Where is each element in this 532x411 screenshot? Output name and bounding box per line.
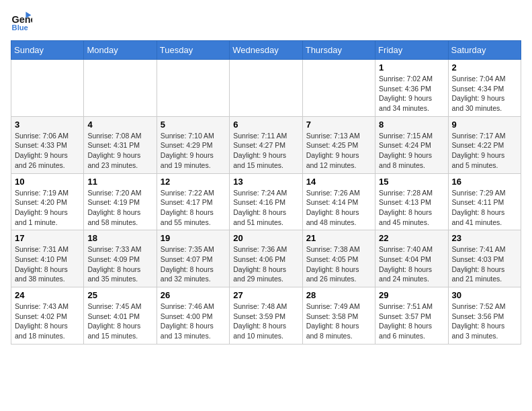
day-number: 30: [452, 290, 517, 300]
calendar-cell: 28Sunrise: 7:49 AM Sunset: 3:58 PM Dayli…: [302, 287, 375, 345]
weekday-header: Friday: [375, 41, 448, 60]
calendar-cell: 7Sunrise: 7:13 AM Sunset: 4:25 PM Daylig…: [302, 116, 375, 173]
weekday-header: Tuesday: [157, 41, 229, 60]
calendar-cell: 8Sunrise: 7:15 AM Sunset: 4:24 PM Daylig…: [375, 116, 448, 173]
calendar-cell: 19Sunrise: 7:35 AM Sunset: 4:07 PM Dayli…: [157, 230, 229, 287]
day-info: Sunrise: 7:17 AM Sunset: 4:22 PM Dayligh…: [452, 131, 517, 171]
day-info: Sunrise: 7:41 AM Sunset: 4:03 PM Dayligh…: [452, 244, 517, 284]
day-info: Sunrise: 7:45 AM Sunset: 4:01 PM Dayligh…: [87, 302, 152, 341]
weekday-header: Saturday: [448, 41, 521, 60]
day-info: Sunrise: 7:04 AM Sunset: 4:34 PM Dayligh…: [452, 74, 517, 113]
calendar-week-row: 24Sunrise: 7:43 AM Sunset: 4:02 PM Dayli…: [11, 287, 521, 345]
calendar-cell: 6Sunrise: 7:11 AM Sunset: 4:27 PM Daylig…: [230, 116, 302, 173]
day-info: Sunrise: 7:43 AM Sunset: 4:02 PM Dayligh…: [15, 302, 80, 341]
logo: General Blue: [11, 11, 35, 32]
day-info: Sunrise: 7:22 AM Sunset: 4:17 PM Dayligh…: [161, 188, 226, 228]
day-number: 11: [87, 177, 152, 187]
day-number: 8: [379, 120, 444, 130]
calendar-week-row: 1Sunrise: 7:02 AM Sunset: 4:36 PM Daylig…: [11, 60, 521, 117]
day-number: 20: [233, 233, 298, 243]
day-number: 14: [306, 177, 371, 187]
day-number: 7: [306, 120, 371, 130]
day-info: Sunrise: 7:28 AM Sunset: 4:13 PM Dayligh…: [379, 188, 444, 228]
day-number: 13: [233, 177, 298, 187]
calendar-cell: 23Sunrise: 7:41 AM Sunset: 4:03 PM Dayli…: [448, 230, 521, 287]
calendar-cell: 5Sunrise: 7:10 AM Sunset: 4:29 PM Daylig…: [157, 116, 229, 173]
day-info: Sunrise: 7:08 AM Sunset: 4:31 PM Dayligh…: [87, 131, 152, 171]
day-number: 15: [379, 177, 444, 187]
calendar-cell: 17Sunrise: 7:31 AM Sunset: 4:10 PM Dayli…: [11, 230, 84, 287]
day-number: 10: [15, 177, 80, 187]
calendar-cell: [230, 60, 302, 117]
weekday-header: Thursday: [302, 41, 375, 60]
weekday-header: Sunday: [11, 41, 84, 60]
calendar-cell: [11, 60, 84, 117]
calendar-cell: 1Sunrise: 7:02 AM Sunset: 4:36 PM Daylig…: [375, 60, 448, 117]
day-number: 5: [161, 120, 226, 130]
day-info: Sunrise: 7:36 AM Sunset: 4:06 PM Dayligh…: [233, 244, 298, 284]
day-info: Sunrise: 7:29 AM Sunset: 4:11 PM Dayligh…: [452, 188, 517, 228]
day-number: 25: [87, 290, 152, 300]
calendar-cell: 24Sunrise: 7:43 AM Sunset: 4:02 PM Dayli…: [11, 287, 84, 345]
day-info: Sunrise: 7:51 AM Sunset: 3:57 PM Dayligh…: [379, 302, 444, 341]
calendar-week-row: 10Sunrise: 7:19 AM Sunset: 4:20 PM Dayli…: [11, 173, 521, 230]
day-number: 21: [306, 233, 371, 243]
calendar-cell: 13Sunrise: 7:24 AM Sunset: 4:16 PM Dayli…: [230, 173, 302, 230]
calendar-week-row: 3Sunrise: 7:06 AM Sunset: 4:33 PM Daylig…: [11, 116, 521, 173]
calendar-cell: 21Sunrise: 7:38 AM Sunset: 4:05 PM Dayli…: [302, 230, 375, 287]
calendar-cell: 3Sunrise: 7:06 AM Sunset: 4:33 PM Daylig…: [11, 116, 84, 173]
day-number: 4: [87, 120, 152, 130]
calendar-cell: 30Sunrise: 7:52 AM Sunset: 3:56 PM Dayli…: [448, 287, 521, 345]
calendar-cell: 12Sunrise: 7:22 AM Sunset: 4:17 PM Dayli…: [157, 173, 229, 230]
day-info: Sunrise: 7:31 AM Sunset: 4:10 PM Dayligh…: [15, 244, 80, 284]
calendar-table: SundayMondayTuesdayWednesdayThursdayFrid…: [11, 40, 521, 345]
day-number: 1: [379, 62, 444, 73]
header-row: SundayMondayTuesdayWednesdayThursdayFrid…: [11, 41, 521, 60]
day-number: 22: [379, 233, 444, 243]
calendar-cell: 2Sunrise: 7:04 AM Sunset: 4:34 PM Daylig…: [448, 60, 521, 117]
calendar-cell: [157, 60, 229, 117]
day-info: Sunrise: 7:38 AM Sunset: 4:05 PM Dayligh…: [306, 244, 371, 284]
day-info: Sunrise: 7:06 AM Sunset: 4:33 PM Dayligh…: [15, 131, 80, 171]
day-info: Sunrise: 7:40 AM Sunset: 4:04 PM Dayligh…: [379, 244, 444, 284]
calendar-cell: 16Sunrise: 7:29 AM Sunset: 4:11 PM Dayli…: [448, 173, 521, 230]
calendar-cell: 18Sunrise: 7:33 AM Sunset: 4:09 PM Dayli…: [84, 230, 157, 287]
day-info: Sunrise: 7:15 AM Sunset: 4:24 PM Dayligh…: [379, 131, 444, 171]
svg-text:Blue: Blue: [12, 24, 28, 32]
calendar-cell: 22Sunrise: 7:40 AM Sunset: 4:04 PM Dayli…: [375, 230, 448, 287]
calendar-cell: 10Sunrise: 7:19 AM Sunset: 4:20 PM Dayli…: [11, 173, 84, 230]
day-info: Sunrise: 7:24 AM Sunset: 4:16 PM Dayligh…: [233, 188, 298, 228]
header: General Blue: [11, 11, 521, 32]
day-number: 9: [452, 120, 517, 130]
day-number: 18: [87, 233, 152, 243]
calendar-cell: 9Sunrise: 7:17 AM Sunset: 4:22 PM Daylig…: [448, 116, 521, 173]
calendar-cell: 4Sunrise: 7:08 AM Sunset: 4:31 PM Daylig…: [84, 116, 157, 173]
weekday-header: Wednesday: [230, 41, 302, 60]
day-info: Sunrise: 7:02 AM Sunset: 4:36 PM Dayligh…: [379, 74, 444, 113]
day-number: 17: [15, 233, 80, 243]
calendar-header: SundayMondayTuesdayWednesdayThursdayFrid…: [11, 41, 521, 60]
day-info: Sunrise: 7:52 AM Sunset: 3:56 PM Dayligh…: [452, 302, 517, 341]
day-number: 16: [452, 177, 517, 187]
day-number: 27: [233, 290, 298, 300]
calendar-cell: 11Sunrise: 7:20 AM Sunset: 4:19 PM Dayli…: [84, 173, 157, 230]
calendar-cell: 27Sunrise: 7:48 AM Sunset: 3:59 PM Dayli…: [230, 287, 302, 345]
day-number: 29: [379, 290, 444, 300]
day-number: 28: [306, 290, 371, 300]
day-info: Sunrise: 7:48 AM Sunset: 3:59 PM Dayligh…: [233, 302, 298, 341]
day-number: 24: [15, 290, 80, 300]
day-number: 12: [161, 177, 226, 187]
day-info: Sunrise: 7:33 AM Sunset: 4:09 PM Dayligh…: [87, 244, 152, 284]
day-info: Sunrise: 7:19 AM Sunset: 4:20 PM Dayligh…: [15, 188, 80, 228]
day-info: Sunrise: 7:11 AM Sunset: 4:27 PM Dayligh…: [233, 131, 298, 171]
day-info: Sunrise: 7:20 AM Sunset: 4:19 PM Dayligh…: [87, 188, 152, 228]
day-info: Sunrise: 7:13 AM Sunset: 4:25 PM Dayligh…: [306, 131, 371, 171]
calendar-cell: [302, 60, 375, 117]
day-info: Sunrise: 7:49 AM Sunset: 3:58 PM Dayligh…: [306, 302, 371, 341]
day-number: 26: [161, 290, 226, 300]
day-info: Sunrise: 7:46 AM Sunset: 4:00 PM Dayligh…: [161, 302, 226, 341]
calendar-cell: 25Sunrise: 7:45 AM Sunset: 4:01 PM Dayli…: [84, 287, 157, 345]
calendar-cell: 20Sunrise: 7:36 AM Sunset: 4:06 PM Dayli…: [230, 230, 302, 287]
calendar-cell: [84, 60, 157, 117]
calendar-body: 1Sunrise: 7:02 AM Sunset: 4:36 PM Daylig…: [11, 60, 521, 345]
